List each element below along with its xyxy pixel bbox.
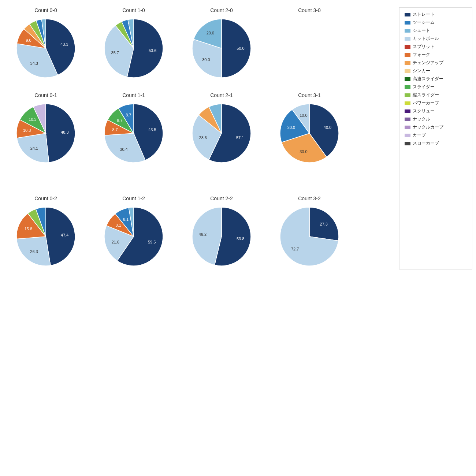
chart-row-2: Count 0-247.426.315.8Count 1-259.521.68.… <box>4 196 395 269</box>
svg-text:34.3: 34.3 <box>30 61 38 66</box>
legend-item: スライダー <box>405 84 467 90</box>
svg-text:30.0: 30.0 <box>300 149 307 154</box>
chart-title: Count 2-1 <box>210 92 233 98</box>
svg-text:26.3: 26.3 <box>30 249 38 254</box>
legend-item: フォーク <box>405 52 467 58</box>
chart-row-1: Count 0-148.324.110.310.3Count 1-143.530… <box>4 92 395 166</box>
legend-color-box <box>405 61 410 65</box>
legend-color-box <box>405 69 410 73</box>
svg-text:72.7: 72.7 <box>291 247 299 251</box>
legend-item: チェンジアップ <box>405 60 467 66</box>
pie-wrapper: 48.324.110.310.3 <box>13 100 79 166</box>
chart-title: Count 2-2 <box>210 196 233 201</box>
svg-text:35.7: 35.7 <box>111 51 119 55</box>
chart-cell: Count 0-043.334.39.0 <box>4 7 88 81</box>
chart-cell: Count 0-148.324.110.310.3 <box>4 92 88 166</box>
chart-cell: Count 1-259.521.68.18.1 <box>92 196 176 269</box>
chart-title: Count 3-0 <box>298 7 320 13</box>
legend-color-box <box>405 77 410 81</box>
svg-text:46.2: 46.2 <box>199 232 207 237</box>
chart-cell: Count 3-0100.0 <box>267 7 352 81</box>
legend-label-text: カットボール <box>413 36 439 42</box>
legend-label-text: チェンジアップ <box>413 60 443 66</box>
legend-label-text: カーブ <box>413 132 426 138</box>
legend-item: ストレート <box>405 11 467 18</box>
legend-color-box <box>405 93 410 97</box>
legend-label-text: シンカー <box>413 68 430 74</box>
legend-label-text: スクリュー <box>413 108 435 114</box>
svg-text:43.3: 43.3 <box>60 42 68 47</box>
svg-text:28.6: 28.6 <box>199 135 207 140</box>
legend-color-box <box>405 101 410 105</box>
legend-item: カットボール <box>405 36 467 42</box>
svg-text:43.5: 43.5 <box>148 127 156 132</box>
legend-color-box <box>405 85 410 89</box>
chart-title: Count 0-0 <box>34 7 57 13</box>
legend-label-text: ストレート <box>413 11 435 18</box>
pie-wrapper: 59.521.68.18.1 <box>101 204 167 269</box>
svg-text:24.1: 24.1 <box>30 146 38 150</box>
legend-label-text: スライダー <box>413 84 435 90</box>
pie-wrapper: 43.530.48.78.78.7 <box>101 100 167 166</box>
chart-title: Count 1-0 <box>122 7 145 13</box>
legend-item: 高速スライダー <box>405 76 467 82</box>
legend-color-box <box>405 13 410 16</box>
svg-text:9.0: 9.0 <box>26 38 31 42</box>
pie-wrapper: 47.426.315.8 <box>13 204 79 269</box>
svg-text:27.3: 27.3 <box>320 222 328 226</box>
legend-item: スプリット <box>405 44 467 50</box>
pie-chart: 47.426.315.8 <box>13 204 79 269</box>
legend-label-text: フォーク <box>413 52 430 58</box>
svg-text:20.0: 20.0 <box>287 125 295 130</box>
svg-text:8.7: 8.7 <box>112 127 118 132</box>
legend-item: シンカー <box>405 68 467 74</box>
pie-chart: 53.635.7 <box>101 15 167 81</box>
legend-item: ナックル <box>405 116 467 122</box>
pie-chart: 59.521.68.18.1 <box>101 204 167 269</box>
charts-area: Count 0-043.334.39.0Count 1-053.635.7Cou… <box>4 7 395 269</box>
chart-title: Count 1-1 <box>122 92 145 98</box>
legend-color-box <box>405 21 410 25</box>
legend-label-text: 縦スライダー <box>413 92 439 98</box>
chart-cell: Count 2-253.846.2 <box>179 196 264 269</box>
legend-color-box <box>405 37 410 41</box>
pie-chart: 40.030.020.010.0 <box>276 100 342 166</box>
legend-color-box <box>405 126 410 129</box>
legend-color-box <box>405 142 410 145</box>
pie-chart: 100.0 <box>276 15 342 81</box>
chart-title: Count 1-2 <box>122 196 145 201</box>
pie-wrapper: 53.846.2 <box>189 204 254 269</box>
chart-cell: Count 0-247.426.315.8 <box>4 196 88 269</box>
legend-color-box <box>405 29 410 33</box>
pie-chart: 50.030.020.0 <box>189 15 254 81</box>
svg-text:53.8: 53.8 <box>237 237 244 241</box>
svg-text:8.1: 8.1 <box>123 217 129 222</box>
legend-label-text: シュート <box>413 27 430 34</box>
chart-cell: Count 2-157.128.6 <box>179 92 264 166</box>
main-container: Count 0-043.334.39.0Count 1-053.635.7Cou… <box>0 0 476 277</box>
pie-wrapper: 40.030.020.010.0 <box>276 100 342 166</box>
legend-color-box <box>405 53 410 57</box>
chart-title: Count 3-2 <box>298 196 320 201</box>
legend-label-text: ツーシーム <box>413 19 435 26</box>
svg-text:59.5: 59.5 <box>148 240 156 244</box>
svg-text:30.0: 30.0 <box>202 57 210 62</box>
legend-label-text: スプリット <box>413 44 435 50</box>
svg-text:10.3: 10.3 <box>23 128 31 133</box>
chart-cell: Count 2-050.030.020.0 <box>179 7 264 81</box>
pie-chart: 43.334.39.0 <box>13 15 79 81</box>
legend-color-box <box>405 118 410 121</box>
pie-chart: 43.530.48.78.78.7 <box>101 100 167 166</box>
svg-text:50.0: 50.0 <box>237 46 244 51</box>
pie-chart: 53.846.2 <box>189 204 254 269</box>
svg-text:53.6: 53.6 <box>149 48 156 53</box>
chart-title: Count 0-2 <box>34 196 57 201</box>
chart-title: Count 2-0 <box>210 7 233 13</box>
legend-color-box <box>405 134 410 137</box>
legend-item: ナックルカーブ <box>405 124 467 130</box>
pie-wrapper: 53.635.7 <box>101 15 167 81</box>
svg-text:30.4: 30.4 <box>120 147 127 152</box>
legend-label-text: スローカーブ <box>413 140 439 146</box>
svg-text:47.4: 47.4 <box>61 233 68 237</box>
legend-color-box <box>405 109 410 113</box>
